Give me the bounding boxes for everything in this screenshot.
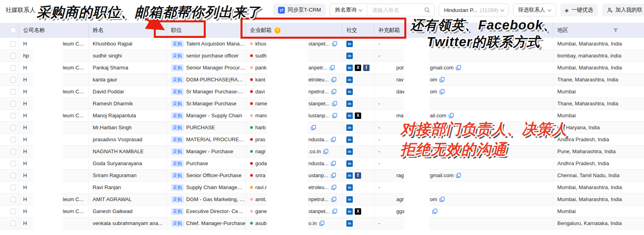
one-click-optimize-button[interactable]: ◈ 一键优选 <box>560 4 598 16</box>
company-name-prefix: H <box>23 113 27 118</box>
linkedin-icon[interactable]: in <box>346 184 353 191</box>
linkedin-icon[interactable]: in <box>346 220 353 227</box>
linkedin-icon[interactable]: in <box>346 65 353 71</box>
email-suffix: etroleu... <box>308 77 329 83</box>
row-checkbox[interactable] <box>10 41 16 47</box>
copy-icon[interactable] <box>332 101 337 106</box>
header-company[interactable]: 公司名称 <box>19 23 89 38</box>
copy-icon[interactable] <box>456 173 461 178</box>
contact-name[interactable]: AMIT AGRAWAL <box>89 194 167 205</box>
copy-icon[interactable] <box>331 197 336 202</box>
copy-icon[interactable] <box>331 77 336 82</box>
contact-name[interactable]: NAGNATH KAMBALE <box>89 146 167 157</box>
row-checkbox[interactable] <box>10 125 16 130</box>
linkedin-icon[interactable]: in <box>346 124 353 131</box>
row-checkbox[interactable] <box>10 161 16 166</box>
social-icons: inX <box>342 205 374 217</box>
facebook-icon[interactable]: f <box>355 172 361 179</box>
row-checkbox[interactable] <box>10 209 16 214</box>
search-input[interactable] <box>367 7 424 13</box>
contact-name[interactable]: Mr.Harban Singh <box>89 122 167 133</box>
row-checkbox[interactable] <box>10 185 16 190</box>
row-checkbox[interactable] <box>10 149 16 154</box>
linkedin-icon[interactable]: in <box>346 172 353 179</box>
contact-name[interactable]: Goda Suryanarayana <box>89 158 167 169</box>
table-row: hp sudhir singhi 采购 senior purchase offi… <box>0 50 644 62</box>
filter-contacts-dropdown[interactable]: 筛选联系人 <box>513 4 556 16</box>
copy-icon[interactable] <box>439 89 445 94</box>
row-checkbox[interactable] <box>10 53 16 59</box>
linkedin-icon[interactable]: in <box>346 136 353 143</box>
copy-icon[interactable] <box>331 173 336 178</box>
row-checkbox[interactable] <box>10 89 16 95</box>
copy-icon[interactable] <box>330 65 335 70</box>
extra-email-suffix: gmail.com <box>430 172 453 178</box>
copy-icon[interactable] <box>439 197 445 202</box>
linkedin-icon[interactable]: in <box>346 89 353 95</box>
row-checkbox[interactable] <box>10 137 16 142</box>
copy-icon[interactable] <box>323 149 328 154</box>
row-checkbox[interactable] <box>10 65 16 71</box>
linkedin-icon[interactable]: in <box>346 148 353 155</box>
add-to-my-contacts-button[interactable]: 加入我的联 <box>602 4 644 16</box>
company-filter-dropdown[interactable]: Hindustan P... (11269) <box>439 4 509 16</box>
sync-to-tcrm-button[interactable]: ⇄ 同步至T-CRM <box>273 4 326 16</box>
linkedin-icon[interactable]: in <box>346 101 353 107</box>
contact-name[interactable]: David Poddar <box>89 86 167 97</box>
row-checkbox[interactable] <box>10 77 16 83</box>
contact-name[interactable]: Ramesh Dharmik <box>89 98 167 109</box>
contact-name[interactable]: Ravi Ranjan <box>89 182 167 193</box>
contact-name[interactable]: sudhir singhi <box>89 50 167 61</box>
search-type-dropdown[interactable]: 姓名查询 <box>330 4 367 16</box>
job-title-cell: 采购 Manager - Purchase <box>167 146 246 157</box>
row-checkbox-cell <box>0 38 19 49</box>
contact-name[interactable]: kanta gaur <box>89 74 167 85</box>
linkedin-icon[interactable]: in <box>346 208 353 215</box>
copy-icon[interactable] <box>319 221 324 226</box>
email-prefix: pras <box>255 136 265 142</box>
contact-name[interactable]: Ganesh Gaikwad <box>89 205 167 217</box>
contact-name[interactable]: Sriram Raguraman <box>89 170 167 181</box>
contact-name[interactable]: Manoj Rajapantula <box>89 110 167 121</box>
linkedin-icon[interactable]: in <box>346 53 353 59</box>
select-all-checkbox[interactable] <box>10 28 16 33</box>
copy-icon[interactable] <box>332 41 337 46</box>
copy-icon[interactable] <box>432 209 437 214</box>
row-checkbox[interactable] <box>10 101 16 107</box>
row-checkbox[interactable] <box>10 197 16 202</box>
purchase-tag: 采购 <box>171 124 184 131</box>
email-suffix: stanpet... <box>308 208 330 214</box>
contact-name[interactable]: prasadvss Vssprasad <box>89 134 167 145</box>
email-suffix: npetrol... <box>308 196 329 202</box>
contact-name[interactable]: Pankaj Sharma <box>89 62 167 73</box>
email-prefix: ravi.r <box>255 184 267 190</box>
copy-icon[interactable] <box>331 137 336 142</box>
x-icon[interactable]: X <box>355 208 361 215</box>
row-checkbox[interactable] <box>10 173 16 178</box>
x-icon[interactable]: X <box>355 65 361 71</box>
copy-icon[interactable] <box>439 77 445 82</box>
linkedin-icon[interactable]: in <box>346 160 353 167</box>
search-icon[interactable] <box>424 7 434 13</box>
copy-icon[interactable] <box>311 125 316 130</box>
contact-name[interactable]: venkata subrahmanyam ana... <box>89 217 167 229</box>
copy-icon[interactable] <box>331 185 336 190</box>
contact-name[interactable]: Khushboo Rajpal <box>89 38 167 49</box>
copy-icon[interactable] <box>332 113 337 118</box>
linkedin-icon[interactable]: in <box>346 41 353 47</box>
facebook-icon[interactable]: f <box>363 65 370 71</box>
annotation-red-line1: 对接部门负责人、决策人 <box>400 119 567 139</box>
linkedin-icon[interactable]: in <box>346 113 353 119</box>
copy-icon[interactable] <box>332 209 337 214</box>
filter-funnel-icon[interactable] <box>613 28 618 33</box>
select-all-cell <box>0 23 19 38</box>
copy-icon[interactable] <box>456 65 461 70</box>
row-checkbox[interactable] <box>10 113 16 118</box>
copy-icon[interactable] <box>331 161 336 166</box>
x-icon[interactable]: X <box>355 113 361 119</box>
copy-icon[interactable] <box>449 113 454 118</box>
row-checkbox[interactable] <box>10 221 16 226</box>
copy-icon[interactable] <box>331 89 336 94</box>
linkedin-icon[interactable]: in <box>346 77 353 83</box>
linkedin-icon[interactable]: in <box>346 196 353 203</box>
